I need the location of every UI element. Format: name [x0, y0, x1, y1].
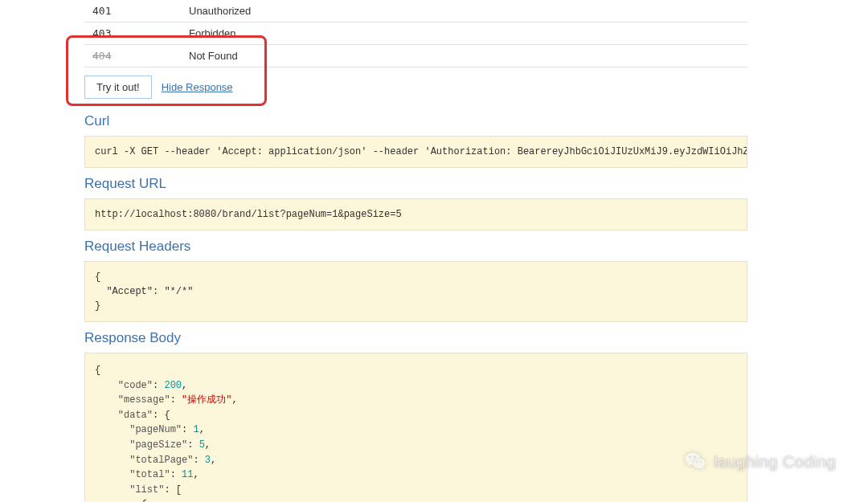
status-codes-table: 401 Unauthorized 403 Forbidden 404 Not F… [84, 0, 747, 67]
request-headers-block[interactable]: { "Accept": "*/*" } [84, 261, 747, 322]
try-it-out-button[interactable]: Try it out! [84, 76, 152, 99]
hide-response-link[interactable]: Hide Response [162, 81, 233, 93]
wechat-icon [683, 450, 707, 474]
watermark: laughing Coding [683, 450, 836, 474]
status-desc: Unauthorized [181, 0, 747, 22]
status-code: 401 [84, 0, 181, 22]
curl-heading: Curl [84, 113, 747, 129]
response-body-block[interactable]: { "code": 200, "message": "操作成功", "data"… [84, 353, 747, 502]
request-headers-heading: Request Headers [84, 239, 747, 255]
status-code: 403 [84, 22, 181, 45]
main-container: 401 Unauthorized 403 Forbidden 404 Not F… [0, 0, 868, 502]
status-code: 404 [84, 45, 181, 67]
request-url-block[interactable]: http://localhost:8080/brand/list?pageNum… [84, 198, 747, 231]
watermark-text: laughing Coding [714, 452, 836, 471]
status-row: 404 Not Found [84, 45, 747, 67]
status-row: 401 Unauthorized [84, 0, 747, 22]
curl-code-block[interactable]: curl -X GET --header 'Accept: applicatio… [84, 136, 747, 168]
status-desc: Forbidden [181, 22, 747, 45]
request-url-heading: Request URL [84, 176, 747, 192]
response-body-heading: Response Body [84, 330, 747, 346]
status-row: 403 Forbidden [84, 22, 747, 45]
actions-bar: Try it out! Hide Response [84, 67, 747, 107]
status-desc: Not Found [181, 45, 747, 67]
curl-command-text: curl -X GET --header 'Accept: applicatio… [95, 146, 747, 157]
